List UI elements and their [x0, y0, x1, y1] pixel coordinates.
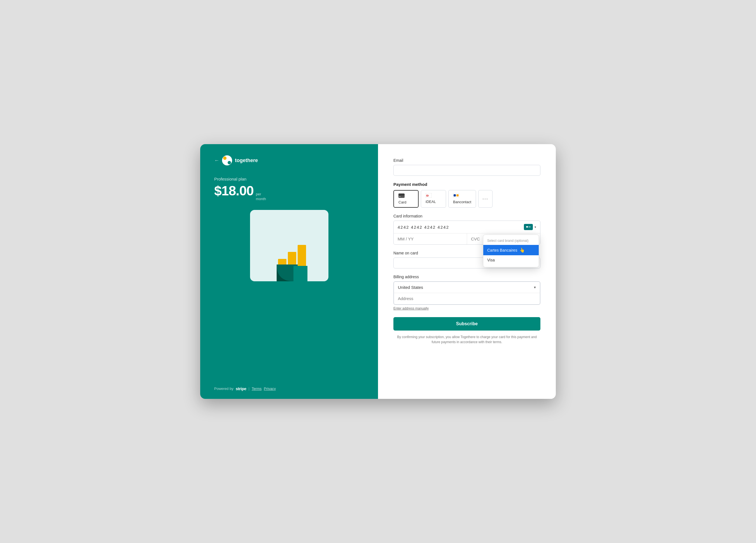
bancontact-tab-label: Bancontact — [453, 200, 471, 204]
visa-label: Visa — [487, 258, 495, 262]
privacy-link[interactable]: Privacy — [264, 386, 276, 391]
plan-name: Professional plan — [214, 177, 364, 181]
cartes-bancaires-label: Cartes Bancaires — [487, 248, 517, 253]
card-info-label: Card information — [393, 214, 540, 218]
left-footer: Powered by stripe | Terms Privacy — [214, 386, 276, 391]
back-button[interactable]: ← — [214, 158, 219, 164]
svg-rect-15 — [529, 226, 531, 228]
card-info-group: Card information ▾ — [393, 214, 540, 245]
address-input[interactable] — [398, 296, 536, 301]
left-header: ← togethere — [214, 155, 364, 166]
card-tab-label: Card — [398, 200, 406, 204]
card-number-input[interactable] — [398, 225, 524, 230]
stripe-logo: stripe — [236, 386, 246, 391]
card-info-section: ▾ Select card brand (optional) Cartes Ba… — [393, 221, 540, 245]
payment-method-label: Payment method — [393, 182, 540, 187]
tab-more[interactable]: ··· — [478, 190, 493, 208]
logo — [222, 155, 232, 166]
card-tab-icon — [398, 194, 405, 199]
country-chevron-icon: ▾ — [534, 285, 536, 289]
billing-address-label: Billing address — [393, 274, 540, 279]
footer-divider: | — [249, 386, 249, 391]
subscribe-button[interactable]: Subscribe — [393, 317, 540, 330]
address-input-wrapper — [394, 293, 540, 304]
logo-right-dot — [228, 161, 231, 164]
country-select-wrapper: United States ▾ — [394, 281, 540, 293]
card-number-row: ▾ Select card brand (optional) Cartes Ba… — [394, 221, 540, 234]
enter-manually-link[interactable]: Enter address manually — [393, 306, 540, 310]
svg-rect-14 — [526, 226, 528, 228]
bancontact-tab-icon — [453, 193, 459, 199]
chevron-down-icon: ▾ — [535, 225, 536, 229]
card-brand-indicator[interactable]: ▾ Select card brand (optional) Cartes Ba… — [524, 224, 536, 230]
price-period: permonth — [256, 192, 266, 202]
price-row: $18.00 permonth — [214, 183, 364, 202]
svg-text:iD: iD — [426, 194, 429, 197]
billing-address-box: United States ▾ — [393, 281, 540, 305]
card-brand-dropdown: Select card brand (optional) Cartes Banc… — [483, 235, 539, 267]
email-label: Email — [393, 158, 540, 163]
terms-link[interactable]: Terms — [252, 386, 262, 391]
ideal-tab-label: iDEAL — [426, 200, 436, 204]
illustration-svg — [261, 225, 317, 281]
dropdown-title: Select card brand (optional) — [483, 237, 539, 245]
country-select[interactable]: United States — [398, 285, 534, 290]
payment-tabs: Card iD iDEAL Bancontact ··· — [393, 190, 540, 208]
email-input[interactable] — [393, 165, 540, 176]
more-dots: ··· — [482, 196, 488, 202]
tab-ideal[interactable]: iD iDEAL — [421, 190, 446, 208]
dropdown-item-visa[interactable]: Visa — [483, 255, 539, 265]
payment-method-group: Payment method Card iD iDEAL — [393, 182, 540, 208]
powered-by-text: Powered by — [214, 386, 234, 391]
svg-rect-7 — [399, 196, 401, 197]
svg-rect-4 — [293, 266, 307, 281]
dropdown-item-cartes-bancaires[interactable]: Cartes Bancaires 👆 — [483, 245, 539, 255]
terms-confirmation-text: By confirming your subscription, you all… — [393, 334, 540, 344]
company-name: togethere — [235, 158, 258, 164]
tab-card[interactable]: Card — [393, 190, 419, 208]
price-amount: $18.00 — [214, 183, 254, 199]
expiry-input[interactable] — [394, 234, 467, 245]
left-panel: ← togethere Professional plan $18.00 per… — [200, 144, 378, 399]
card-brand-icon — [524, 224, 533, 230]
svg-rect-11 — [454, 194, 456, 197]
email-group: Email — [393, 158, 540, 176]
ideal-tab-icon: iD — [426, 193, 432, 199]
logo-left-dot — [223, 157, 227, 160]
right-panel: Email Payment method Card iD iDEAL — [378, 144, 556, 399]
billing-address-section: Billing address United States ▾ Enter ad… — [393, 274, 540, 310]
illustration — [250, 210, 328, 281]
tab-bancontact[interactable]: Bancontact — [448, 190, 476, 208]
svg-rect-12 — [456, 194, 459, 197]
cursor-icon: 👆 — [519, 248, 525, 253]
svg-rect-6 — [398, 194, 405, 195]
svg-rect-5 — [398, 194, 405, 198]
